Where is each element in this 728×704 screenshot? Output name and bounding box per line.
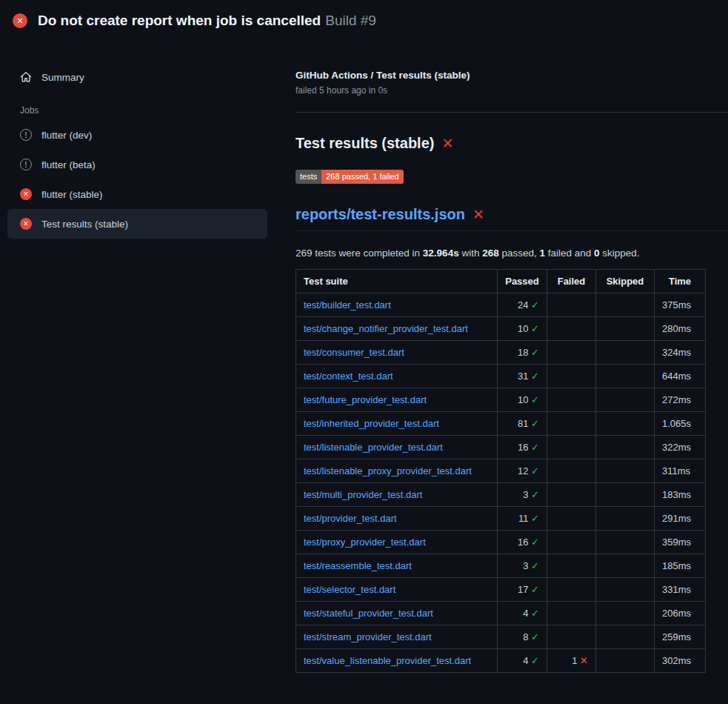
suite-link[interactable]: test/provider_test.dart (304, 513, 397, 524)
skipped-cell (596, 531, 655, 554)
neutral-status-icon: ! (20, 159, 32, 170)
suite-link[interactable]: test/multi_provider_test.dart (304, 489, 422, 500)
suite-cell: test/consumer_test.dart (296, 341, 498, 365)
main-content: GitHub Actions / Test results (stable) f… (278, 41, 728, 704)
suite-link[interactable]: test/future_provider_test.dart (304, 394, 427, 405)
report-link[interactable]: reports/test-results.json (295, 206, 465, 223)
suite-cell: test/provider_test.dart (296, 507, 498, 531)
table-row: test/change_notifier_provider_test.dart1… (296, 317, 706, 341)
suite-cell: test/context_test.dart (296, 365, 498, 388)
summary-text: 269 tests were completed in 32.964s with… (295, 248, 728, 259)
table-row: test/proxy_provider_test.dart16 ✓359ms (296, 531, 706, 554)
suite-link[interactable]: test/consumer_test.dart (304, 347, 404, 358)
passed-cell: 17 ✓ (498, 578, 547, 602)
failed-cell (547, 483, 596, 507)
report-title: reports/test-results.json ✕ (295, 206, 728, 231)
suite-link[interactable]: test/stream_provider_test.dart (304, 631, 432, 642)
suite-link[interactable]: test/selector_test.dart (304, 584, 395, 595)
suite-link[interactable]: test/listenable_proxy_provider_test.dart (304, 465, 472, 476)
check-icon: ✓ (531, 537, 539, 548)
section-title-text: Test results (stable) (295, 135, 434, 152)
results-table: Test suitePassedFailedSkippedTime test/b… (295, 269, 706, 673)
passed-cell: 4 ✓ (498, 602, 547, 625)
suite-link[interactable]: test/reassemble_test.dart (304, 560, 412, 571)
time-cell: 359ms (655, 531, 706, 554)
time-cell: 322ms (655, 436, 706, 459)
x-icon: ✕ (580, 655, 588, 666)
skipped-cell (596, 341, 655, 365)
suite-cell: test/value_listenable_provider_test.dart (296, 649, 498, 673)
suite-cell: test/stream_provider_test.dart (296, 625, 498, 649)
check-icon: ✓ (531, 323, 539, 334)
check-icon: ✓ (531, 489, 539, 500)
sidebar-item-test-results-stable[interactable]: ✕Test results (stable) (7, 209, 267, 239)
time-cell: 183ms (655, 483, 706, 507)
check-icon: ✓ (531, 371, 539, 382)
sidebar-item-label: flutter (dev) (41, 130, 92, 141)
sidebar-item-flutter-beta[interactable]: !flutter (beta) (7, 150, 267, 179)
table-row: test/context_test.dart31 ✓644ms (296, 365, 706, 388)
suite-cell: test/future_provider_test.dart (296, 388, 498, 412)
suite-cell: test/multi_provider_test.dart (296, 483, 498, 507)
failed-cell (547, 625, 596, 649)
page-title: Do not create report when job is cancell… (38, 13, 376, 29)
sidebar-item-label: Test results (stable) (41, 219, 128, 230)
suite-cell: test/builder_test.dart (296, 293, 498, 317)
passed-cell: 10 ✓ (498, 317, 547, 341)
table-row: test/selector_test.dart17 ✓331ms (296, 578, 706, 602)
suite-cell: test/inherited_provider_test.dart (296, 412, 498, 436)
suite-link[interactable]: test/change_notifier_provider_test.dart (304, 323, 468, 334)
failed-cell (547, 578, 596, 602)
skipped-cell (596, 625, 655, 649)
failed-status-icon: ✕ (13, 13, 27, 28)
page-header: ✕ Do not create report when job is cance… (0, 0, 728, 41)
build-number: Build #9 (325, 13, 376, 28)
suite-link[interactable]: test/builder_test.dart (304, 299, 391, 311)
suite-link[interactable]: test/context_test.dart (304, 371, 393, 382)
table-row: test/multi_provider_test.dart3 ✓183ms (296, 483, 706, 507)
suite-cell: test/listenable_provider_test.dart (296, 436, 498, 459)
passed-cell: 10 ✓ (498, 388, 547, 412)
suite-link[interactable]: test/value_listenable_provider_test.dart (304, 655, 471, 666)
suite-link[interactable]: test/listenable_provider_test.dart (304, 442, 443, 453)
check-icon: ✓ (531, 631, 539, 642)
suite-cell: test/listenable_proxy_provider_test.dart (296, 459, 498, 483)
table-row: test/listenable_provider_test.dart16 ✓32… (296, 436, 706, 459)
check-icon: ✓ (531, 418, 539, 429)
badge-label: tests (295, 170, 321, 184)
passed-cell: 8 ✓ (498, 625, 547, 649)
skipped-count: 0 (594, 248, 600, 259)
passed-cell: 31 ✓ (498, 365, 547, 388)
time-cell: 272ms (655, 388, 706, 412)
sidebar-item-label: flutter (stable) (41, 189, 103, 200)
failed-cell (547, 341, 596, 365)
sidebar-item-summary[interactable]: Summary (7, 62, 267, 92)
run-title: Do not create report when job is cancell… (38, 13, 321, 28)
suite-cell: test/selector_test.dart (296, 578, 498, 602)
run-meta: failed 5 hours ago in 0s (295, 85, 728, 96)
failed-cell (547, 507, 596, 531)
table-row: test/stream_provider_test.dart8 ✓259ms (296, 625, 706, 649)
failed-cell (547, 365, 596, 388)
suite-link[interactable]: test/inherited_provider_test.dart (304, 418, 439, 429)
suite-cell: test/change_notifier_provider_test.dart (296, 317, 498, 341)
skipped-cell (596, 649, 655, 673)
sidebar-item-flutter-stable[interactable]: ✕flutter (stable) (7, 179, 267, 209)
check-icon: ✓ (531, 560, 539, 571)
sidebar-item-flutter-dev[interactable]: !flutter (dev) (7, 120, 267, 150)
results-table-body: test/builder_test.dart24 ✓375mstest/chan… (296, 293, 706, 673)
neutral-status-icon: ! (20, 129, 32, 141)
suite-link[interactable]: test/proxy_provider_test.dart (304, 537, 426, 548)
time-cell: 206ms (655, 602, 706, 625)
column-header: Passed (498, 270, 547, 293)
results-table-head-row: Test suitePassedFailedSkippedTime (296, 270, 706, 293)
skipped-cell (596, 317, 655, 341)
time-cell: 185ms (655, 554, 706, 578)
home-icon (20, 71, 32, 83)
check-icon: ✓ (531, 347, 539, 358)
suite-link[interactable]: test/stateful_provider_test.dart (304, 608, 433, 619)
passed-cell: 18 ✓ (498, 341, 547, 365)
skipped-cell (596, 412, 655, 436)
skipped-cell (596, 293, 655, 317)
failed-status-icon: ✕ (20, 188, 32, 200)
